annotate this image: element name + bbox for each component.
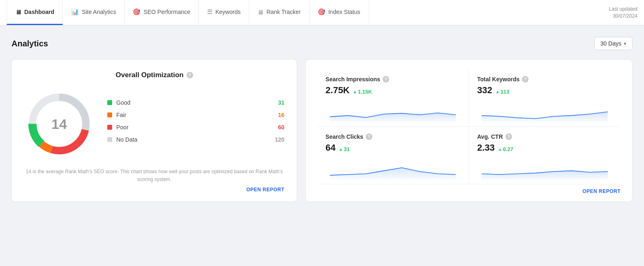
rank-tracker-icon: 🖥 [257, 9, 263, 16]
days-dropdown-label: 30 Days [600, 40, 621, 47]
tab-seo-performance[interactable]: 🎯 SEO Performance [125, 0, 199, 25]
tab-keywords-label: Keywords [215, 9, 240, 15]
legend-dot-poor [107, 125, 112, 130]
opt-body: 14 Good 31 Fair 16 [24, 89, 284, 159]
total-keywords-value: 332 [477, 85, 492, 96]
tab-rank-tracker[interactable]: 🖥 Rank Tracker [249, 0, 309, 25]
index-status-icon: 🎯 [318, 8, 325, 16]
optimization-help-icon[interactable]: ? [187, 72, 193, 78]
metrics-grid: Search Impressions ? 2.75K ▲ 1.15K [317, 69, 621, 184]
total-keywords-label: Total Keywords ? [477, 76, 612, 83]
search-clicks-help-icon[interactable]: ? [366, 133, 372, 140]
donut-score: 14 [51, 116, 67, 132]
total-keywords-help-icon[interactable]: ? [522, 76, 529, 83]
delta-up-icon: ▲ [339, 147, 343, 151]
optimization-card: Overall Optimization ? [12, 59, 297, 202]
legend-value-fair: 16 [278, 112, 284, 118]
search-clicks-value-row: 64 ▲ 31 [325, 142, 460, 153]
seo-icon: 🎯 [133, 8, 141, 16]
analytics-header: Analytics 30 Days ▾ [12, 37, 632, 50]
search-impressions-help-icon[interactable]: ? [383, 76, 389, 83]
metric-search-clicks: Search Clicks ? 64 ▲ 31 [317, 127, 469, 184]
tab-site-analytics-label: Site Analytics [82, 9, 116, 15]
avg-ctr-value-row: 2.33 ▲ 0.27 [477, 142, 612, 153]
main-content: Analytics 30 Days ▾ Overall Optimization… [0, 25, 644, 210]
last-updated-label: Last updated [609, 6, 637, 12]
search-clicks-label: Search Clicks ? [325, 133, 460, 140]
legend-dot-fair [107, 112, 112, 117]
dashboard-icon: 🖥 [15, 9, 21, 16]
keywords-icon: ☰ [207, 8, 212, 16]
legend-value-nodata: 120 [275, 136, 284, 143]
svg-marker-5 [330, 113, 456, 122]
legend-label-fair: Fair [116, 112, 274, 118]
avg-ctr-value: 2.33 [477, 142, 495, 153]
optimization-title: Overall Optimization ? [24, 71, 284, 79]
legend-row-good: Good 31 [107, 99, 284, 106]
donut-chart: 14 [24, 89, 94, 159]
tab-dashboard[interactable]: 🖥 Dashboard [7, 0, 63, 25]
chevron-down-icon: ▾ [624, 41, 626, 46]
tab-index-status-label: Index Status [328, 9, 360, 15]
avg-ctr-sparkline [477, 157, 612, 180]
legend-value-good: 31 [278, 99, 284, 106]
metric-search-impressions: Search Impressions ? 2.75K ▲ 1.15K [317, 69, 469, 127]
legend-row-fair: Fair 16 [107, 112, 284, 118]
search-impressions-label: Search Impressions ? [325, 76, 460, 83]
optimization-open-report[interactable]: OPEN REPORT [24, 187, 284, 193]
metrics-card: Search Impressions ? 2.75K ▲ 1.15K [305, 59, 632, 202]
total-keywords-value-row: 332 ▲ 113 [477, 85, 612, 96]
delta-up-icon: ▲ [496, 89, 500, 94]
tab-dashboard-label: Dashboard [24, 9, 54, 15]
search-clicks-delta: ▲ 31 [339, 146, 350, 152]
metric-total-keywords: Total Keywords ? 332 ▲ 113 [469, 69, 621, 127]
legend-dot-nodata [107, 137, 112, 142]
last-updated-date: 30/07/2024 [613, 13, 637, 19]
search-clicks-sparkline [325, 157, 460, 180]
optimization-note: 14 is the average Rank Math's SEO score.… [24, 160, 284, 183]
nav-bar: 🖥 Dashboard 📊 Site Analytics 🎯 SEO Perfo… [0, 0, 644, 25]
analytics-title: Analytics [12, 39, 48, 48]
tab-rank-tracker-label: Rank Tracker [266, 9, 300, 15]
tab-keywords[interactable]: ☰ Keywords [199, 0, 249, 25]
site-analytics-icon: 📊 [71, 8, 79, 16]
avg-ctr-delta: ▲ 0.27 [498, 146, 513, 152]
legend-label-good: Good [116, 99, 274, 106]
tab-site-analytics[interactable]: 📊 Site Analytics [63, 0, 125, 25]
last-updated: Last updated 30/07/2024 [609, 0, 637, 25]
legend-row-poor: Poor 60 [107, 124, 284, 131]
cards-row: Overall Optimization ? [12, 59, 632, 202]
delta-up-icon: ▲ [498, 147, 502, 151]
days-dropdown[interactable]: 30 Days ▾ [594, 37, 632, 50]
legend-label-nodata: No Data [116, 136, 271, 143]
tab-index-status[interactable]: 🎯 Index Status [309, 0, 369, 25]
legend-row-nodata: No Data 120 [107, 136, 284, 143]
legend-label-poor: Poor [116, 124, 274, 131]
tab-seo-performance-label: SEO Performance [143, 9, 190, 15]
legend-value-poor: 60 [278, 124, 284, 131]
search-impressions-value: 2.75K [325, 85, 350, 96]
legend: Good 31 Fair 16 Poor 60 [107, 99, 284, 149]
delta-up-icon: ▲ [353, 89, 357, 94]
search-clicks-value: 64 [325, 142, 335, 153]
legend-dot-good [107, 100, 112, 105]
avg-ctr-help-icon[interactable]: ? [506, 133, 512, 140]
search-impressions-value-row: 2.75K ▲ 1.15K [325, 85, 460, 96]
metric-avg-ctr: Avg. CTR ? 2.33 ▲ 0.27 [469, 127, 621, 184]
total-keywords-sparkline [477, 100, 612, 122]
total-keywords-delta: ▲ 113 [496, 89, 510, 95]
metrics-open-report[interactable]: OPEN REPORT [317, 188, 621, 194]
search-impressions-sparkline [325, 100, 460, 122]
search-impressions-delta: ▲ 1.15K [353, 89, 372, 95]
avg-ctr-label: Avg. CTR ? [477, 133, 612, 140]
